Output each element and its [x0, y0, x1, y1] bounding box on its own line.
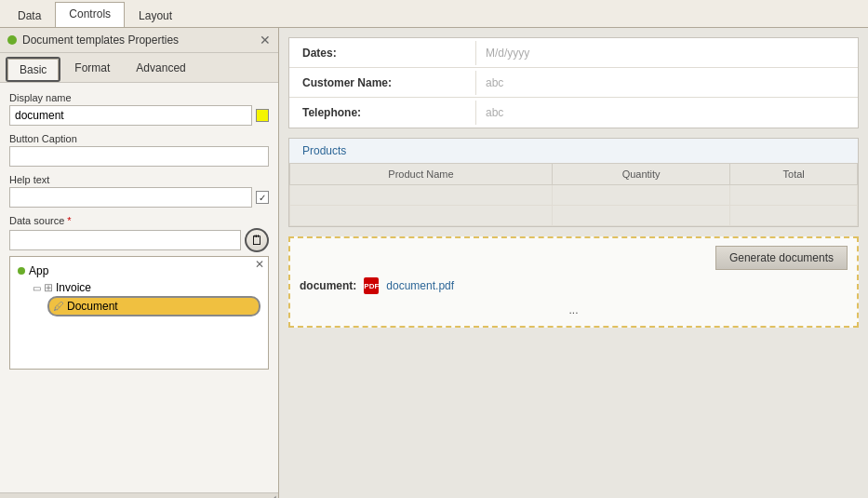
help-text-checkbox[interactable]: [256, 191, 269, 204]
customer-label: Customer Name:: [289, 71, 475, 95]
tab-layout[interactable]: Layout: [125, 4, 186, 27]
tab-format[interactable]: Format: [62, 57, 122, 82]
table-cell: [290, 185, 553, 206]
tab-basic[interactable]: Basic: [7, 59, 59, 80]
dates-label: Dates:: [289, 41, 475, 65]
tree-item-app[interactable]: App: [18, 262, 260, 279]
telephone-label: Telephone:: [289, 101, 475, 125]
form-row-customer: Customer Name: abc: [289, 68, 858, 98]
col-product-name: Product Name: [290, 164, 553, 185]
tree-content: App ▭ ⊞ Invoice 🖊 Document: [10, 257, 268, 369]
doc-row: document: PDF document.pdf: [300, 277, 848, 294]
document-section: Generate documents document: PDF documen…: [288, 236, 859, 328]
products-section: Products Product Name Quantity Total: [288, 138, 859, 227]
display-name-row: [9, 105, 269, 126]
panel-header-left: Document templates Properties: [7, 34, 179, 47]
top-tab-bar: Data Controls Layout: [0, 0, 868, 28]
doc-label: document:: [300, 279, 356, 292]
main-area: Document templates Properties ✕ Basic Fo…: [0, 28, 868, 498]
tree-app-label: App: [29, 264, 48, 277]
products-header: Products: [289, 139, 858, 163]
close-button[interactable]: ✕: [260, 34, 271, 47]
tree-item-document[interactable]: 🖊 Document: [47, 296, 260, 316]
products-table: Product Name Quantity Total: [289, 163, 858, 226]
data-source-row: 🗒: [9, 228, 269, 252]
table-row: [290, 185, 858, 206]
left-panel: Document templates Properties ✕ Basic Fo…: [0, 28, 279, 498]
app-dot-icon: [18, 267, 25, 275]
form-row-telephone: Telephone: abc: [289, 98, 858, 128]
table-cell: [730, 185, 858, 206]
panel-content: Display name Button Caption Help text: [0, 83, 278, 492]
table-cell: [290, 206, 553, 226]
table-icon: ⊞: [44, 281, 53, 294]
tab-controls[interactable]: Controls: [55, 2, 125, 27]
button-caption-field: Button Caption: [9, 133, 269, 167]
table-cell: [730, 206, 858, 226]
doc-icon: 🖊: [53, 300, 64, 313]
required-marker: *: [64, 215, 71, 226]
right-panel: Dates: M/d/yyyy Customer Name: abc Telep…: [279, 28, 868, 498]
button-caption-input[interactable]: [9, 146, 269, 167]
col-quantity: Quantity: [552, 164, 729, 185]
generate-documents-button[interactable]: Generate documents: [715, 246, 848, 270]
panel-header: Document templates Properties ✕: [0, 28, 278, 53]
folder-icon: ▭: [33, 283, 41, 293]
table-cell: [552, 185, 729, 206]
tree-popup: ✕ App ▭ ⊞ Invoice: [9, 256, 269, 370]
tree-invoice-label: Invoice: [56, 281, 91, 294]
help-text-field: Help text: [9, 174, 269, 208]
data-source-field: Data source * 🗒 ✕ App: [9, 215, 269, 370]
data-source-label: Data source *: [9, 215, 269, 226]
button-caption-row: [9, 146, 269, 167]
help-text-input[interactable]: [9, 187, 252, 208]
tree-popup-close-button[interactable]: ✕: [255, 259, 264, 270]
panel-title: Document templates Properties: [22, 34, 179, 47]
doc-ellipsis: ...: [300, 302, 848, 318]
tree-item-invoice[interactable]: ▭ ⊞ Invoice: [33, 279, 260, 296]
doc-section-inner: Generate documents: [300, 246, 848, 270]
form-preview: Dates: M/d/yyyy Customer Name: abc Telep…: [288, 37, 859, 128]
telephone-value: abc: [475, 101, 858, 125]
color-picker[interactable]: [256, 109, 269, 122]
customer-value: abc: [475, 71, 858, 95]
pdf-icon: PDF: [364, 277, 379, 294]
form-row-dates: Dates: M/d/yyyy: [289, 38, 858, 68]
display-name-field: Display name: [9, 92, 269, 126]
display-name-label: Display name: [9, 92, 269, 103]
data-source-input[interactable]: [9, 230, 241, 250]
help-text-row: [9, 187, 269, 208]
col-total: Total: [730, 164, 858, 185]
help-text-label: Help text: [9, 174, 269, 185]
button-caption-label: Button Caption: [9, 133, 269, 144]
panel-resize-handle[interactable]: ◢: [0, 492, 278, 498]
table-row: [290, 206, 858, 226]
basic-tab-wrapper: Basic: [6, 57, 60, 82]
data-source-picker-button[interactable]: 🗒: [245, 228, 269, 252]
display-name-input[interactable]: [9, 105, 252, 126]
tab-data[interactable]: Data: [4, 4, 55, 27]
inner-tab-bar: Basic Format Advanced: [0, 53, 278, 83]
database-icon: 🗒: [250, 233, 263, 248]
tab-advanced[interactable]: Advanced: [124, 57, 197, 82]
dates-value: M/d/yyyy: [475, 41, 858, 65]
tree-document-label: Document: [67, 300, 118, 313]
status-dot: [7, 35, 17, 45]
doc-filename[interactable]: document.pdf: [386, 279, 454, 292]
table-cell: [552, 206, 729, 226]
